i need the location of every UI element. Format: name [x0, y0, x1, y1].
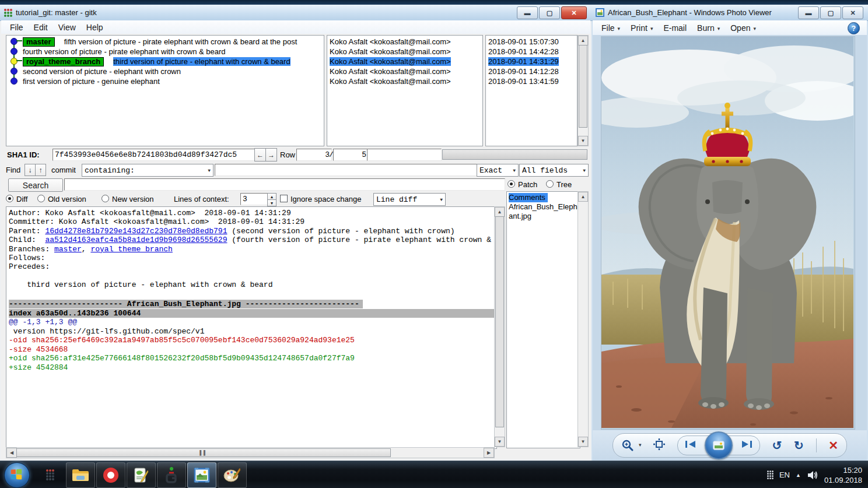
commit-row-date[interactable]: 2018-09-01 14:12:28: [486, 66, 577, 76]
commit-row-date[interactable]: 2018-09-01 14:42:28: [486, 47, 577, 57]
line-diff-dropdown[interactable]: Line diff: [373, 193, 446, 206]
containing-dropdown[interactable]: containing:: [82, 164, 214, 177]
commit-subject[interactable]: fourth version of picture - pirate eleph…: [23, 47, 226, 56]
zoom-button[interactable]: ▾: [621, 439, 642, 452]
branch-badge-master[interactable]: master: [23, 37, 55, 47]
slideshow-button[interactable]: [705, 431, 733, 459]
gitk-menu-view[interactable]: View: [53, 22, 81, 33]
commit-row-date[interactable]: 2018-09-01 14:31:29: [486, 57, 577, 66]
photo-viewer-minimize-button[interactable]: ▬: [798, 6, 819, 19]
gitk-tray-icon[interactable]: [767, 471, 774, 479]
paint-icon: [223, 467, 241, 483]
commit-row-author[interactable]: Koko Asfalt <kokoasfalt@mail.com>: [327, 66, 482, 76]
previous-button[interactable]: [684, 440, 698, 451]
diff-radio[interactable]: Diff: [6, 195, 27, 203]
start-button[interactable]: [4, 462, 30, 488]
lines-of-context-spinner[interactable]: 3: [240, 193, 271, 205]
commit-row-author[interactable]: Koko Asfalt <kokoasfalt@mail.com>: [327, 47, 482, 57]
commit-row-date[interactable]: 2018-09-01 15:07:30: [486, 37, 577, 47]
commit-link[interactable]: aa512d4163eafc4a5b8a1de1d9b9698d26555629: [45, 236, 227, 244]
taskbar-item-git-gui[interactable]: [157, 462, 186, 488]
spinner-down-button[interactable]: ▼: [267, 199, 276, 206]
photo-viewer-titlebar[interactable]: African_Bush_Elephant - Windows Photo Vi…: [592, 5, 868, 21]
commit-list-scrollbar[interactable]: ▲ ▼: [578, 35, 589, 146]
exact-dropdown[interactable]: Exact: [477, 164, 519, 177]
progress-slider[interactable]: [442, 149, 587, 160]
commit-row-subject[interactable]: royal_theme_branchthird version of pictu…: [6, 57, 324, 66]
commit-row-subject[interactable]: masterfifth version of picture - pirate …: [6, 37, 324, 47]
history-forward-button[interactable]: →: [265, 148, 277, 162]
commit-graph-pane[interactable]: masterfifth version of picture - pirate …: [6, 35, 324, 146]
gitk-menu-help[interactable]: Help: [81, 22, 108, 33]
show-hidden-icons-button[interactable]: ▲: [796, 472, 801, 478]
file-list-item[interactable]: Comments: [509, 193, 580, 202]
next-button[interactable]: [740, 440, 754, 451]
details-horizontal-scrollbar[interactable]: ◀ ▌▌ ▶: [6, 447, 495, 458]
ignore-space-checkbox[interactable]: Ignore space change: [280, 195, 361, 203]
commit-row-subject[interactable]: second version of picture - elephant wit…: [6, 66, 324, 76]
commit-row-author[interactable]: Koko Asfalt <kokoasfalt@mail.com>: [327, 37, 482, 47]
details-scrollbar[interactable]: ▲ ▼: [494, 206, 505, 447]
taskbar-item-opera[interactable]: [96, 462, 125, 488]
pv-menu-open[interactable]: Open▾: [725, 22, 761, 34]
history-back-button[interactable]: ←: [254, 148, 266, 162]
volume-icon[interactable]: [807, 470, 818, 480]
taskbar-item-windows-photo-viewer[interactable]: [187, 462, 216, 488]
gitk-menu-file[interactable]: File: [5, 22, 29, 33]
commit-link[interactable]: royal_theme_branch: [90, 245, 172, 254]
taskbar-item-paint[interactable]: [218, 462, 247, 488]
pv-menu-print[interactable]: Print▾: [625, 22, 658, 34]
photo-viewer-top-border: [592, 0, 868, 5]
gitk-maximize-button[interactable]: ▢: [539, 6, 560, 19]
gitk-titlebar[interactable]: tutorial_git: master - gitk ▬ ▢ ✕: [0, 5, 592, 21]
old-version-radio[interactable]: Old version: [37, 195, 86, 203]
commit-row-date[interactable]: 2018-09-01 13:41:59: [486, 76, 577, 86]
tree-radio[interactable]: Tree: [546, 180, 572, 189]
taskbar-clock[interactable]: 15:20 01.09.2018: [824, 465, 862, 485]
rotate-counterclockwise-button[interactable]: ↺: [772, 440, 782, 451]
commit-subject[interactable]: second version of picture - elephant wit…: [23, 67, 181, 76]
help-button[interactable]: ?: [848, 22, 860, 34]
search-button[interactable]: Search: [8, 178, 63, 192]
commit-subject[interactable]: third version of picture - elephant with…: [113, 57, 290, 66]
delete-button[interactable]: ✕: [828, 438, 838, 452]
commit-author-pane[interactable]: Koko Asfalt <kokoasfalt@mail.com>Koko As…: [327, 35, 483, 146]
find-input[interactable]: [215, 164, 478, 176]
file-list[interactable]: CommentsAfrican_Bush_Elephant.jpg: [506, 191, 580, 448]
commit-row-author[interactable]: Koko Asfalt <kokoasfalt@mail.com>: [327, 76, 482, 86]
row-extra-field[interactable]: [367, 149, 442, 161]
file-list-item[interactable]: African_Bush_Elephant.jpg: [509, 202, 580, 221]
taskbar-item-windows-explorer[interactable]: [66, 462, 95, 488]
commit-subject[interactable]: fifth version of picture - pirate elepha…: [64, 37, 298, 46]
rotate-clockwise-button[interactable]: ↻: [794, 440, 804, 451]
branch-badge-royal_theme_branch[interactable]: royal_theme_branch: [23, 57, 104, 66]
commit-row-author[interactable]: Koko Asfalt <kokoasfalt@mail.com>: [327, 57, 482, 66]
find-prev-button[interactable]: ↑: [35, 164, 46, 176]
sha1-input[interactable]: 7f453993e0456e6e8b7241803bd04d89f3427dc5: [52, 149, 257, 161]
commit-date-pane[interactable]: 2018-09-01 15:07:302018-09-01 14:42:2820…: [485, 35, 578, 146]
photo-viewer-maximize-button[interactable]: ▢: [820, 6, 841, 19]
commit-subject[interactable]: first version of picture - genuine eleph…: [23, 77, 160, 86]
gitk-close-button[interactable]: ✕: [561, 6, 587, 19]
language-indicator[interactable]: EN: [779, 471, 790, 479]
gitk-minimize-button[interactable]: ▬: [517, 6, 538, 19]
commit-link[interactable]: master: [54, 245, 82, 254]
pv-menu-burn[interactable]: Burn▾: [692, 22, 725, 34]
search-input[interactable]: [64, 178, 505, 191]
commit-row-subject[interactable]: first version of picture - genuine eleph…: [6, 76, 324, 86]
file-list-scrollbar[interactable]: ▲ ▼: [578, 191, 589, 447]
gitk-menu-edit[interactable]: Edit: [29, 22, 53, 33]
pv-menu-file[interactable]: File▾: [596, 22, 625, 34]
pv-menu-email[interactable]: E-mail: [658, 22, 692, 34]
taskbar-item-notepad-plus-plus[interactable]: [127, 462, 156, 488]
commit-link[interactable]: 16dd4278e81b7929e143d27c230d78e0d8edb791: [45, 227, 227, 236]
commit-details-pane[interactable]: Author: Koko Asfalt <kokoasfalt@mail.com…: [6, 206, 497, 449]
new-version-radio[interactable]: New version: [102, 195, 154, 203]
commit-row-subject[interactable]: fourth version of picture - pirate eleph…: [6, 47, 324, 57]
photo-viewer-close-button[interactable]: ✕: [842, 6, 863, 19]
find-next-button[interactable]: ↓: [24, 164, 36, 176]
taskbar-item-gitk[interactable]: [36, 462, 65, 488]
all-fields-dropdown[interactable]: All fields: [519, 164, 589, 177]
fit-to-window-button[interactable]: [653, 438, 665, 452]
patch-radio[interactable]: Patch: [508, 180, 537, 189]
